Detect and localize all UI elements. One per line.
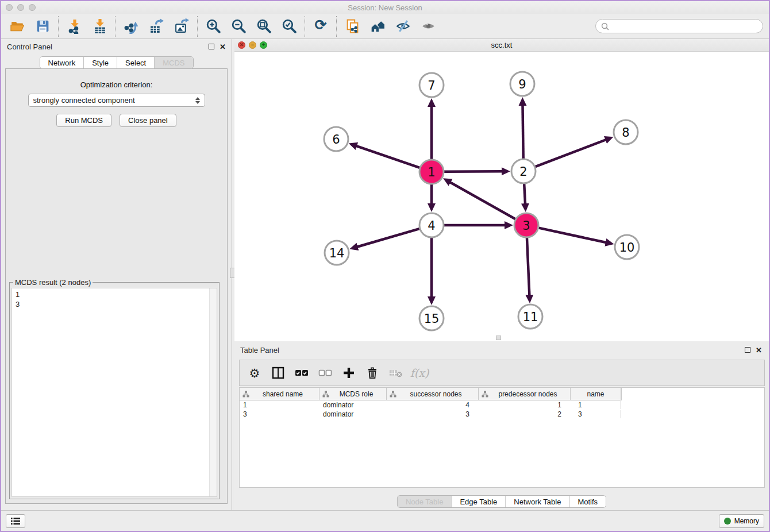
refresh-icon[interactable]: ⟳ — [310, 15, 331, 36]
graph-edge-1-6[interactable] — [355, 145, 419, 167]
tab-motifs[interactable]: Motifs — [569, 496, 606, 507]
control-panel: Control Panel ✕ Network Style Select MCD… — [1, 39, 232, 510]
memory-button[interactable]: Memory — [719, 514, 764, 528]
graph-edge-3-11[interactable] — [527, 238, 529, 296]
close-panel-button[interactable]: Close panel — [120, 114, 176, 127]
tab-network-table[interactable]: Network Table — [506, 496, 569, 507]
graph-edge-1-2[interactable] — [444, 171, 503, 172]
split-panel-icon[interactable] — [271, 366, 285, 380]
network-window: ✕ − + scc.txt 7968124314101511 — [234, 39, 769, 341]
graph-edge-3-1[interactable] — [449, 182, 515, 219]
search-box[interactable] — [595, 19, 763, 33]
float-panel-icon[interactable] — [209, 44, 214, 49]
column-header-name[interactable]: name — [571, 388, 621, 400]
toolbar-separator — [197, 16, 198, 37]
column-header-shared-name[interactable]: shared name — [240, 388, 319, 400]
cell-shared-name[interactable]: 1 — [240, 401, 319, 409]
cell-predecessor-nodes[interactable]: 1 — [479, 401, 571, 409]
select-all-icon[interactable] — [295, 366, 309, 380]
export-table-icon[interactable] — [146, 16, 167, 37]
mcds-panel: Optimization criterion: strongly connect… — [5, 68, 228, 504]
deselect-all-icon[interactable] — [318, 366, 332, 380]
cell-mcds-role[interactable]: dominator — [319, 410, 387, 418]
result-scrollbar[interactable] — [209, 288, 217, 496]
graph-edge-4-14[interactable] — [356, 229, 419, 247]
search-input[interactable] — [613, 22, 757, 30]
zoom-selected-icon[interactable] — [279, 16, 299, 37]
network-maximize-icon[interactable]: + — [260, 41, 267, 49]
clone-network-icon[interactable] — [342, 16, 363, 37]
hierarchy-icon — [322, 391, 329, 398]
show-graphics-details-icon[interactable] — [418, 16, 438, 37]
table-toolbar: ⚙ f(x) — [239, 360, 765, 386]
add-column-icon[interactable] — [342, 366, 356, 380]
zoom-in-icon[interactable] — [203, 16, 224, 37]
divider-handle[interactable] — [496, 336, 501, 340]
cell-shared-name[interactable]: 3 — [240, 410, 319, 418]
cell-predecessor-nodes[interactable]: 2 — [479, 410, 571, 418]
control-panel-title: Control Panel — [7, 43, 52, 51]
table-header-row: shared name MCDS role successor nodes pr… — [240, 388, 621, 400]
cell-mcds-role[interactable]: dominator — [319, 401, 387, 409]
run-mcds-button[interactable]: Run MCDS — [56, 114, 111, 127]
graph-edge-2-8[interactable] — [536, 139, 607, 167]
tab-edge-table[interactable]: Edge Table — [452, 496, 506, 507]
optimization-criterion-label: Optimization criterion: — [6, 80, 227, 89]
graph-edge-2-9[interactable] — [522, 104, 523, 159]
graph-node-label-6: 6 — [332, 133, 340, 147]
optimization-criterion-select[interactable]: strongly connected component — [28, 94, 205, 107]
save-session-icon[interactable] — [32, 16, 53, 37]
network-minimize-icon[interactable]: − — [249, 41, 256, 49]
tab-select[interactable]: Select — [117, 57, 155, 68]
list-icon — [11, 517, 20, 525]
column-header-predecessor-nodes[interactable]: predecessor nodes — [479, 388, 571, 400]
hierarchy-icon — [482, 391, 488, 398]
open-folder-icon[interactable] — [7, 16, 28, 37]
import-table-icon[interactable] — [89, 16, 110, 37]
tab-node-table[interactable]: Node Table — [398, 496, 452, 507]
toolbar-separator — [115, 16, 116, 37]
import-network-icon[interactable] — [64, 16, 84, 37]
mcds-result-title: MCDS result (2 nodes) — [13, 278, 93, 287]
memory-label: Memory — [734, 517, 759, 525]
graph-edge-2-3[interactable] — [524, 184, 525, 205]
mcds-result-text: 1 3 — [12, 288, 209, 496]
select-arrows-icon — [195, 97, 200, 104]
graph-node-label-7: 7 — [428, 79, 435, 92]
tab-network[interactable]: Network — [40, 57, 84, 68]
settings-gear-icon[interactable]: ⚙ — [248, 366, 261, 380]
graph-node-label-10: 10 — [619, 241, 635, 255]
column-header-successor-nodes[interactable]: successor nodes — [387, 388, 479, 400]
close-panel-icon[interactable]: ✕ — [756, 346, 762, 354]
zoom-fit-icon[interactable] — [253, 16, 274, 37]
graph-edge-3-10[interactable] — [538, 228, 607, 243]
task-history-button[interactable] — [6, 514, 25, 528]
export-image-icon[interactable] — [171, 16, 192, 37]
tab-style[interactable]: Style — [84, 57, 117, 68]
zoom-out-icon[interactable] — [228, 16, 249, 37]
graph-node-label-9: 9 — [518, 78, 526, 91]
toggle-graphics-details-icon[interactable] — [392, 16, 413, 37]
graph-node-label-1: 1 — [428, 165, 435, 179]
cell-successor-nodes[interactable]: 3 — [387, 410, 479, 418]
hierarchy-icon — [390, 391, 396, 398]
graph-node-label-4: 4 — [428, 219, 435, 233]
cell-name[interactable]: 1 — [571, 401, 621, 409]
delete-column-icon[interactable] — [365, 366, 379, 380]
search-icon — [601, 22, 609, 30]
network-window-titlebar[interactable]: ✕ − + scc.txt — [234, 39, 769, 52]
network-close-icon[interactable]: ✕ — [238, 41, 245, 49]
tab-mcds[interactable]: MCDS — [155, 57, 192, 68]
close-panel-icon[interactable]: ✕ — [220, 43, 226, 51]
node-table[interactable]: shared name MCDS role successor nodes pr… — [239, 387, 765, 488]
apply-layout-icon[interactable] — [367, 16, 388, 37]
column-header-mcds-role[interactable]: MCDS role — [319, 388, 387, 400]
cell-successor-nodes[interactable]: 4 — [387, 401, 479, 409]
table-row[interactable]: 3 dominator 3 2 3 — [240, 410, 764, 419]
network-title: scc.txt — [234, 41, 769, 49]
export-network-icon[interactable] — [121, 16, 141, 37]
network-canvas[interactable]: 7968124314101511 — [234, 52, 769, 341]
table-row[interactable]: 1 dominator 4 1 1 — [240, 400, 764, 410]
cell-name[interactable]: 3 — [571, 410, 621, 418]
float-panel-icon[interactable] — [745, 347, 750, 353]
